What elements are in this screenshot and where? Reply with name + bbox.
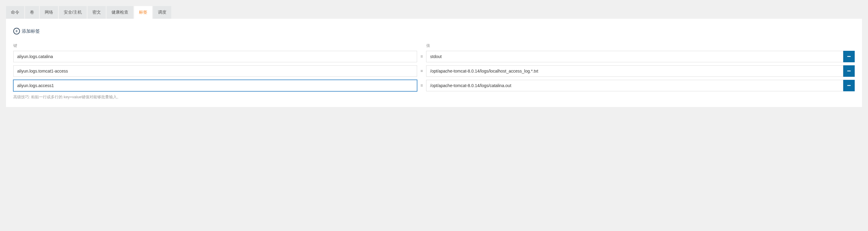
key-input[interactable] <box>13 65 417 77</box>
minus-icon: − <box>847 53 851 60</box>
add-label-button[interactable]: + 添加标签 <box>13 28 855 34</box>
tab-scheduling[interactable]: 调度 <box>153 6 171 19</box>
tab-secrets[interactable]: 密文 <box>88 6 106 19</box>
minus-icon: − <box>847 68 851 75</box>
key-input[interactable] <box>13 51 417 62</box>
equals-sign: = <box>421 54 423 59</box>
value-input[interactable] <box>426 65 843 77</box>
tab-security-host[interactable]: 安全/主机 <box>59 6 87 19</box>
tabs-bar: 命令 卷 网络 安全/主机 密文 健康检查 标签 调度 <box>6 6 862 19</box>
remove-row-button[interactable]: − <box>843 65 855 77</box>
hint-text: 高级技巧: 粘贴一行或多行的 key=value键值对能够批量输入。 <box>13 94 855 100</box>
value-input[interactable] <box>426 51 843 62</box>
label-row: = − <box>13 80 855 91</box>
add-label-text: 添加标签 <box>22 28 40 34</box>
remove-row-button[interactable]: − <box>843 80 855 91</box>
tab-labels[interactable]: 标签 <box>134 6 152 19</box>
tab-command[interactable]: 命令 <box>6 6 24 19</box>
labels-panel: + 添加标签 键 值 = − = − = − 高级技巧: 粘贴一行或多行 <box>6 19 862 107</box>
equals-sign: = <box>421 69 423 74</box>
header-key: 键 <box>13 43 417 48</box>
tab-healthcheck[interactable]: 健康检查 <box>106 6 133 19</box>
minus-icon: − <box>847 82 851 89</box>
key-input[interactable] <box>13 80 417 91</box>
equals-sign: = <box>421 83 423 88</box>
remove-row-button[interactable]: − <box>843 51 855 62</box>
labels-panel-wrapper: 命令 卷 网络 安全/主机 密文 健康检查 标签 调度 + 添加标签 键 值 =… <box>6 6 862 107</box>
column-headers: 键 值 <box>13 43 855 48</box>
label-row: = − <box>13 51 855 62</box>
plus-icon: + <box>13 28 20 34</box>
header-value: 值 <box>426 43 843 48</box>
tab-network[interactable]: 网络 <box>40 6 58 19</box>
label-row: = − <box>13 65 855 77</box>
value-input[interactable] <box>426 80 843 91</box>
tab-volumes[interactable]: 卷 <box>25 6 39 19</box>
